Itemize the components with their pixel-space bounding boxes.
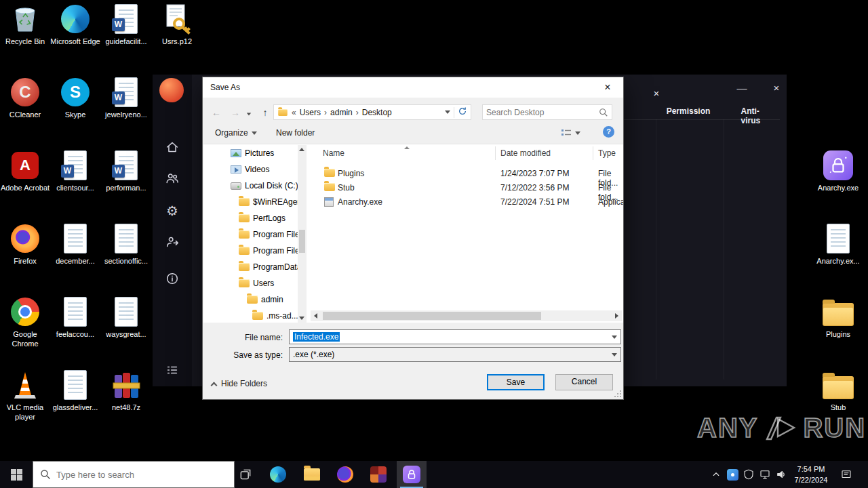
- tree-item-pictures[interactable]: Pictures: [203, 145, 298, 161]
- desktop-icon-adobe-acrobat[interactable]: Adobe Acrobat: [0, 149, 50, 193]
- desktop-icon-guidefacilit[interactable]: guidefacilit...: [101, 3, 151, 47]
- file-name-input[interactable]: Infected.exe: [289, 329, 621, 344]
- horizontal-scrollbar[interactable]: [311, 310, 622, 321]
- tree-item-local-disk[interactable]: Local Disk (C:): [203, 178, 298, 194]
- file-row-stub[interactable]: Stub 7/12/2022 3:56 PM File fold...: [309, 181, 623, 195]
- resize-grip[interactable]: [614, 390, 622, 398]
- taskbar-search[interactable]: [33, 461, 235, 488]
- desktop-icon-december[interactable]: december...: [50, 222, 100, 266]
- desktop-icon-net48-7z[interactable]: net48.7z: [101, 369, 151, 413]
- desktop-icon-recycle-bin[interactable]: Recycle Bin: [0, 3, 50, 47]
- recent-locations-dropdown[interactable]: [243, 105, 254, 120]
- desktop-icon-glassdeliver[interactable]: glassdeliver...: [50, 369, 100, 413]
- chevron-down-icon[interactable]: [608, 348, 620, 361]
- desktop-icon-vlc[interactable]: VLC media player: [0, 369, 50, 422]
- info-icon[interactable]: [164, 270, 180, 287]
- refresh-icon[interactable]: [458, 106, 467, 118]
- desktop-icon-plugins[interactable]: Plugins: [813, 296, 863, 340]
- forward-button[interactable]: →: [227, 105, 243, 120]
- column-header-name[interactable]: Name: [323, 148, 344, 158]
- tree-scrollbar[interactable]: [298, 145, 307, 323]
- scroll-up-icon[interactable]: [299, 148, 304, 151]
- action-center-button[interactable]: [838, 461, 854, 488]
- view-options-button[interactable]: [561, 128, 580, 138]
- search-box[interactable]: [482, 104, 612, 120]
- hide-folders-button[interactable]: Hide Folders: [212, 379, 267, 388]
- taskbar-app-anarchy-active[interactable]: [397, 461, 427, 488]
- tree-item-programdata[interactable]: ProgramData: [203, 259, 298, 275]
- scrollbar-thumb[interactable]: [299, 230, 305, 253]
- breadcrumb-users[interactable]: Users: [300, 108, 321, 117]
- desktop-icon-waysgreat[interactable]: waysgreat...: [101, 296, 151, 340]
- file-name-value[interactable]: Infected.exe: [293, 332, 340, 342]
- file-row-anarchy-exe[interactable]: Anarchy.exe 7/22/2024 7:51 PM Applicat..…: [309, 195, 623, 209]
- breadcrumb-overflow[interactable]: «: [292, 108, 296, 117]
- tree-item-admin[interactable]: admin: [203, 291, 298, 308]
- export-user-icon[interactable]: [164, 234, 180, 250]
- tree-item-ms-ad[interactable]: .ms-ad...: [203, 308, 298, 323]
- taskbar-clock[interactable]: 7:54 PM 7/22/2024: [787, 464, 835, 486]
- tree-item-program-files-x86[interactable]: Program Files: [203, 243, 298, 259]
- start-button[interactable]: [0, 461, 33, 488]
- desktop-icon-anarchy-doc[interactable]: Anarchy.ex...: [813, 222, 863, 266]
- save-button[interactable]: Save: [487, 374, 545, 390]
- desktop-icon-firefox[interactable]: Firefox: [0, 222, 50, 266]
- desktop-icon-ccleaner[interactable]: CCleaner: [0, 76, 50, 120]
- taskbar-search-input[interactable]: [56, 470, 227, 480]
- minimize-icon[interactable]: —: [733, 81, 751, 95]
- search-input[interactable]: [486, 108, 599, 117]
- tree-item-videos[interactable]: Videos: [203, 161, 298, 178]
- task-view-button[interactable]: [231, 461, 260, 488]
- desktop-icon-microsoft-edge[interactable]: Microsoft Edge: [50, 3, 100, 47]
- desktop-icon-skype[interactable]: Skype: [50, 76, 100, 120]
- close-icon[interactable]: ×: [648, 87, 665, 100]
- scroll-left-icon[interactable]: [314, 313, 317, 319]
- desktop-icon-anarchy-exe[interactable]: Anarchy.exe: [813, 149, 863, 193]
- close-icon[interactable]: ×: [592, 77, 623, 98]
- save-type-select[interactable]: .exe (*.exe): [289, 347, 621, 362]
- organize-button[interactable]: Organize: [215, 128, 257, 138]
- taskbar-app-grid[interactable]: [363, 461, 393, 488]
- tree-item-winreagent[interactable]: $WinREAgent: [203, 194, 298, 210]
- log-list-icon[interactable]: [164, 362, 180, 378]
- users-icon[interactable]: [164, 170, 180, 186]
- desktop-icon-sectionoffic[interactable]: sectionoffic...: [101, 222, 151, 266]
- tray-network-icon[interactable]: [757, 461, 773, 488]
- taskbar-app-firefox[interactable]: [330, 461, 360, 488]
- scrollbar-thumb[interactable]: [323, 312, 541, 320]
- close-icon[interactable]: ×: [768, 81, 785, 95]
- gear-icon[interactable]: ⚙: [164, 203, 180, 219]
- chevron-down-icon[interactable]: [608, 330, 620, 344]
- tab-anti-virus[interactable]: Anti-virus: [741, 106, 772, 125]
- cancel-button[interactable]: Cancel: [555, 374, 613, 390]
- desktop-icon-clientsour[interactable]: clientsour...: [50, 149, 100, 193]
- breadcrumb-desktop[interactable]: Desktop: [362, 108, 392, 117]
- back-button[interactable]: ←: [208, 105, 224, 120]
- tree-item-program-files[interactable]: Program Files: [203, 226, 298, 243]
- address-dropdown-icon[interactable]: [445, 110, 450, 114]
- desktop-icon-jewelryeno[interactable]: jewelryeno...: [101, 76, 151, 120]
- desktop-icon-usrs-p12[interactable]: Usrs.p12: [152, 3, 202, 47]
- address-bar[interactable]: « Users › admin › Desktop: [273, 104, 471, 120]
- tray-anarchy-icon[interactable]: [724, 461, 741, 488]
- up-button[interactable]: ↑: [257, 105, 273, 120]
- scroll-down-icon[interactable]: [299, 317, 304, 320]
- tree-item-perflogs[interactable]: PerfLogs: [203, 210, 298, 226]
- scroll-right-icon[interactable]: [615, 313, 618, 319]
- desktop-icon-feelaccou[interactable]: feelaccou...: [50, 296, 100, 340]
- breadcrumb-admin[interactable]: admin: [330, 108, 353, 117]
- desktop-icon-stub[interactable]: Stub: [813, 369, 863, 413]
- tree-item-users[interactable]: Users: [203, 275, 298, 291]
- desktop-icon-performan[interactable]: performan...: [101, 149, 151, 193]
- tab-permission[interactable]: Permission: [667, 106, 711, 116]
- column-header-type[interactable]: Type: [598, 148, 616, 158]
- tray-expand-button[interactable]: [708, 461, 724, 488]
- taskbar-app-edge[interactable]: [263, 461, 293, 488]
- taskbar-app-file-explorer[interactable]: [297, 461, 327, 488]
- desktop-icon-google-chrome[interactable]: Google Chrome: [0, 296, 50, 349]
- file-row-plugins[interactable]: Plugins 1/24/2023 7:07 PM File fold...: [309, 167, 623, 181]
- home-icon[interactable]: [164, 139, 180, 155]
- tray-shield-icon[interactable]: [741, 461, 757, 488]
- new-folder-button[interactable]: New folder: [276, 128, 315, 138]
- help-icon[interactable]: ?: [603, 126, 614, 138]
